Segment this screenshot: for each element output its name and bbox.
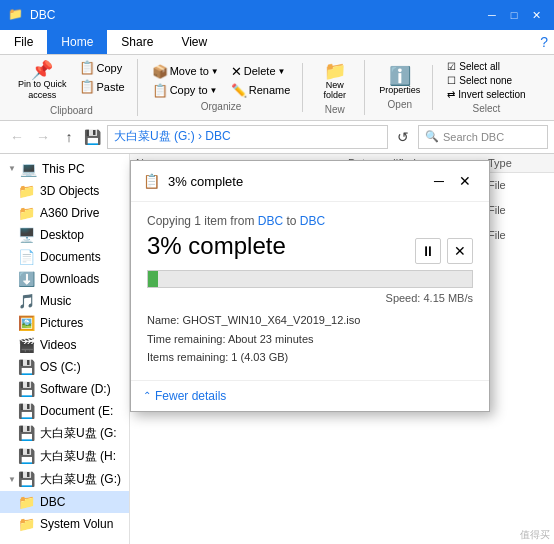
dialog-close-button[interactable]: ✕ (453, 169, 477, 193)
progress-bar-container (147, 270, 473, 288)
detail-items: Items remaining: 1 (4.03 GB) (147, 349, 473, 367)
stop-icon: ✕ (454, 243, 466, 259)
dialog-to: DBC (300, 214, 325, 228)
dialog-from: DBC (258, 214, 283, 228)
dialog-subtitle: Copying 1 item from DBC to DBC (147, 214, 473, 228)
progress-speed: Speed: 4.15 MB/s (147, 292, 473, 304)
chevron-up-icon: ⌃ (143, 390, 151, 401)
detail-name: Name: GHOST_WIN10_X64_V2019_12.iso (147, 312, 473, 330)
dialog-fewer-details[interactable]: ⌃ Fewer details (131, 380, 489, 411)
dialog-body: Copying 1 item from DBC to DBC 3% comple… (131, 202, 489, 380)
detail-time: Time remaining: About 23 minutes (147, 331, 473, 349)
dialog-stop-button[interactable]: ✕ (447, 238, 473, 264)
copy-dialog: 📋 3% complete ─ ✕ Copying 1 item from DB… (130, 160, 490, 412)
dialog-to-label: to (286, 214, 296, 228)
fewer-details-label: Fewer details (155, 389, 226, 403)
dialog-title: 3% complete (168, 174, 427, 189)
dialog-details: Name: GHOST_WIN10_X64_V2019_12.iso Time … (147, 312, 473, 367)
dialog-pause-button[interactable]: ⏸ (415, 238, 441, 264)
dialog-title-bar: 📋 3% complete ─ ✕ (131, 161, 489, 202)
progress-bar-fill (148, 271, 158, 287)
dialog-percent: 3% complete (147, 232, 286, 260)
dialog-overlay: 📋 3% complete ─ ✕ Copying 1 item from DB… (0, 0, 554, 544)
dialog-title-buttons: ─ ✕ (427, 169, 477, 193)
dialog-copy-icon: 📋 (143, 173, 160, 189)
dialog-minimize-button[interactable]: ─ (427, 169, 451, 193)
pause-icon: ⏸ (421, 243, 435, 259)
